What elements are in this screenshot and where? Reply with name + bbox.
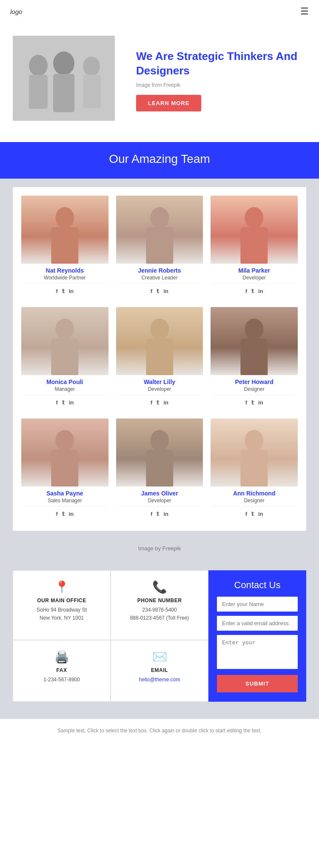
svg-rect-8 (51, 227, 78, 264)
contact-form: SUBMIT (217, 597, 298, 692)
team-card-info: Monica PouliManager f 𝕥 in (21, 375, 108, 411)
team-card-role: Manager (24, 386, 106, 392)
team-grid-inner: Nat ReynoldsWorldwide Partner f 𝕥 in Jen… (13, 187, 306, 531)
phone-tollfree: 888-0123-4567 (Toll Free) (130, 615, 189, 621)
submit-button[interactable]: SUBMIT (217, 675, 298, 692)
svg-rect-20 (51, 450, 78, 487)
svg-point-7 (55, 207, 74, 228)
team-card-info: Nat ReynoldsWorldwide Partner f 𝕥 in (21, 264, 108, 299)
location-icon: 📍 (21, 580, 103, 594)
svg-point-21 (150, 430, 169, 451)
team-card-photo (21, 307, 108, 375)
twitter-icon[interactable]: 𝕥 (251, 511, 254, 517)
menu-icon[interactable]: ☰ (300, 6, 309, 17)
twitter-icon[interactable]: 𝕥 (62, 511, 65, 517)
team-card-photo (21, 196, 108, 264)
instagram-icon[interactable]: in (258, 399, 263, 406)
svg-point-23 (245, 430, 264, 451)
team-card: Sasha PayneSales Manager f 𝕥 in (21, 418, 108, 522)
team-card-info: Ann RichmondDesigner f 𝕥 in (211, 487, 298, 522)
team-card-name: Sasha Payne (24, 490, 106, 497)
instagram-icon[interactable]: in (163, 511, 168, 517)
team-card-divider (213, 283, 295, 284)
team-card-role: Worldwide Partner (24, 275, 106, 281)
twitter-icon[interactable]: 𝕥 (157, 511, 159, 517)
team-card-info: James OliverDeveloper f 𝕥 in (116, 487, 203, 522)
facebook-icon[interactable]: f (245, 511, 247, 517)
team-card-photo (211, 196, 298, 264)
facebook-icon[interactable]: f (151, 399, 152, 406)
twitter-icon[interactable]: 𝕥 (251, 399, 254, 406)
svg-point-1 (29, 55, 48, 76)
team-card-name: Nat Reynolds (24, 267, 106, 274)
team-card-name: Mila Parker (213, 267, 295, 274)
team-card-name: Peter Howard (213, 379, 295, 385)
email-link[interactable]: hello@theme.com (139, 677, 180, 683)
twitter-icon[interactable]: 𝕥 (62, 288, 65, 294)
phone-text: 234-9876-5400 888-0123-4567 (Toll Free) (119, 606, 200, 622)
team-social-icons: f 𝕥 in (213, 397, 295, 409)
instagram-icon[interactable]: in (258, 288, 263, 294)
team-card: Monica PouliManager f 𝕥 in (21, 307, 108, 411)
email-icon: ✉️ (119, 650, 200, 664)
svg-point-9 (150, 207, 169, 228)
team-header: Our Amazing Team (0, 142, 319, 179)
team-social-icons: f 𝕥 in (119, 285, 201, 298)
contact-form-title: Contact Us (217, 580, 298, 591)
svg-rect-12 (241, 227, 268, 264)
fax-icon: 🖨️ (21, 650, 103, 664)
facebook-icon[interactable]: f (245, 288, 247, 294)
instagram-icon[interactable]: in (258, 511, 263, 517)
team-image-credit: Image by Freepik (0, 539, 319, 558)
team-card-role: Developer (119, 498, 201, 504)
instagram-icon[interactable]: in (69, 399, 74, 406)
svg-rect-6 (83, 75, 101, 108)
team-card-name: Jennie Roberts (119, 267, 201, 274)
facebook-icon[interactable]: f (245, 399, 247, 406)
facebook-icon[interactable]: f (56, 511, 57, 517)
contact-message-textarea[interactable] (217, 635, 298, 669)
team-card: Ann RichmondDesigner f 𝕥 in (211, 418, 298, 522)
instagram-icon[interactable]: in (69, 511, 74, 517)
twitter-icon[interactable]: 𝕥 (157, 399, 159, 406)
svg-point-3 (53, 51, 74, 75)
hero-section: We Are Strategic Thinkers And Designers … (0, 23, 319, 142)
team-card: James OliverDeveloper f 𝕥 in (116, 418, 203, 522)
learn-more-button[interactable]: LEARN MORE (136, 95, 201, 111)
team-card: Jennie RobertsCreative Leader f 𝕥 in (116, 196, 203, 299)
phone-number: 234-9876-5400 (142, 607, 177, 613)
office-line2: New York, NY 1001 (40, 615, 84, 621)
team-card-role: Designer (213, 386, 295, 392)
team-card-divider (24, 395, 106, 395)
freepik-credit-link[interactable]: Freepik (162, 545, 181, 552)
instagram-icon[interactable]: in (163, 399, 168, 406)
team-card-name: Monica Pouli (24, 379, 106, 385)
hero-image-wrap (13, 36, 123, 125)
freepik-link[interactable]: Freepik (163, 82, 180, 88)
team-card-photo (21, 418, 108, 487)
twitter-icon[interactable]: 𝕥 (157, 288, 159, 294)
twitter-icon[interactable]: 𝕥 (62, 399, 65, 406)
contact-name-input[interactable] (217, 597, 298, 612)
team-card-role: Designer (213, 498, 295, 504)
team-card-divider (119, 395, 201, 395)
team-social-icons: f 𝕥 in (119, 508, 201, 521)
facebook-icon[interactable]: f (151, 288, 152, 294)
team-card-photo (116, 418, 203, 487)
instagram-icon[interactable]: in (163, 288, 168, 294)
instagram-icon[interactable]: in (69, 288, 74, 294)
team-card-name: Walter Lilly (119, 379, 201, 385)
email-label: EMAIL (119, 667, 200, 673)
facebook-icon[interactable]: f (56, 399, 57, 406)
hero-content: We Are Strategic Thinkers And Designers … (123, 49, 306, 112)
contact-email-input[interactable] (217, 616, 298, 631)
facebook-icon[interactable]: f (56, 288, 57, 294)
svg-point-5 (83, 57, 100, 76)
svg-rect-2 (29, 75, 48, 109)
svg-rect-18 (241, 339, 268, 375)
team-grid-section: Nat ReynoldsWorldwide Partner f 𝕥 in Jen… (0, 179, 319, 539)
facebook-icon[interactable]: f (151, 511, 152, 517)
team-card: Peter HowardDesigner f 𝕥 in (211, 307, 298, 411)
twitter-icon[interactable]: 𝕥 (251, 288, 254, 294)
team-card-divider (213, 506, 295, 507)
